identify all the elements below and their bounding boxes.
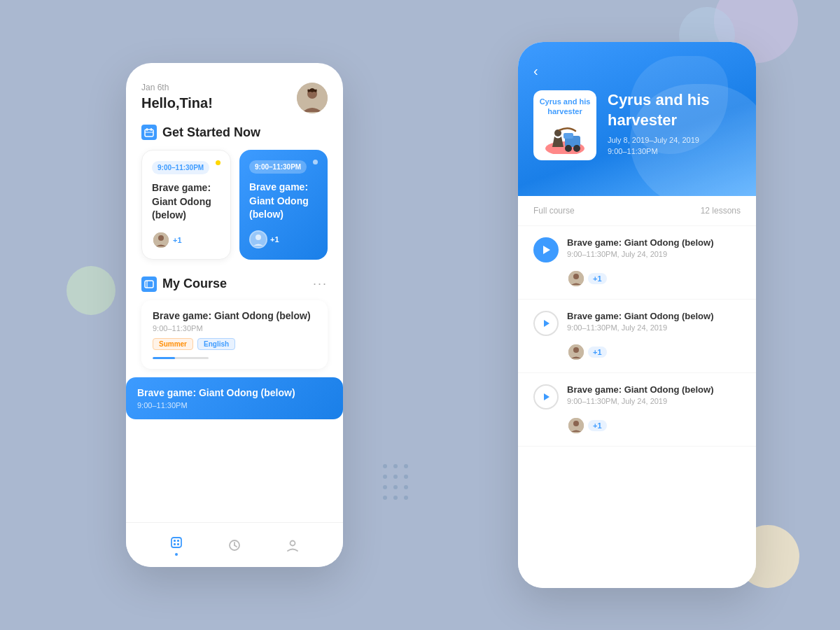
svg-point-3 xyxy=(383,475,387,479)
play-button-3[interactable] xyxy=(533,384,559,410)
svg-point-9 xyxy=(383,496,387,500)
course-card-1[interactable]: Brave game: Giant Odong (below) 9:00–11:… xyxy=(141,300,328,369)
avatar-1 xyxy=(152,231,170,249)
lesson-avatar-2 xyxy=(567,343,585,361)
blue-course-time: 9:00–11:30PM xyxy=(137,401,332,410)
svg-point-42 xyxy=(290,540,295,545)
lesson-plus-2: +1 xyxy=(588,346,607,358)
svg-point-8 xyxy=(404,485,408,489)
card-blue[interactable]: 9:00–11:30PM Brave game: Giant Odong (be… xyxy=(239,150,328,260)
right-phone: ‹ Cyrus and his harvester xyxy=(518,42,756,588)
greeting-block: Jan 6th Hello,Tina! xyxy=(141,83,213,111)
date-text: Jan 6th xyxy=(141,83,213,92)
lesson-avatar-3 xyxy=(567,416,585,435)
lesson-avatars-3: +1 xyxy=(567,416,741,435)
svg-point-4 xyxy=(393,475,398,479)
my-course-section: My Course xyxy=(141,276,227,292)
nav-home[interactable] xyxy=(168,534,185,556)
svg-rect-24 xyxy=(145,130,153,136)
svg-point-31 xyxy=(255,234,261,240)
svg-line-41 xyxy=(234,545,237,547)
lesson-time-2: 9:00–11:30PM, July 24, 2019 xyxy=(567,323,741,332)
course-thumbnail: Cyrus and his harvester xyxy=(533,90,596,160)
svg-point-50 xyxy=(573,274,579,279)
svg-point-29 xyxy=(158,235,164,241)
lesson-name-1: Brave game: Giant Odong (below) xyxy=(567,237,741,248)
progress-bar xyxy=(153,357,209,359)
card-title-1: Brave game: Giant Odong (below) xyxy=(152,181,220,223)
play-button-1[interactable] xyxy=(533,237,559,262)
svg-rect-32 xyxy=(145,281,153,288)
svg-rect-35 xyxy=(174,540,176,542)
clock-icon xyxy=(226,537,243,554)
svg-point-11 xyxy=(404,496,408,500)
lesson-avatar-1 xyxy=(567,270,585,288)
course-name-1: Brave game: Giant Odong (below) xyxy=(153,310,316,321)
harvester-illustration xyxy=(544,120,586,154)
plus-badge-1: +1 xyxy=(173,236,182,244)
svg-rect-37 xyxy=(174,543,176,545)
blue-course-card[interactable]: Brave game: Giant Odong (below) 9:00–11:… xyxy=(126,377,343,419)
card-white[interactable]: 9:00–11:30PM Brave game: Giant Odong (be… xyxy=(141,150,231,260)
bottom-nav xyxy=(126,522,343,567)
user-avatar[interactable] xyxy=(297,83,328,113)
play-button-2[interactable] xyxy=(533,311,559,336)
lesson-info-1: Brave game: Giant Odong (below) 9:00–11:… xyxy=(567,237,741,258)
dot-indicator xyxy=(216,160,220,165)
lesson-plus-3: +1 xyxy=(588,420,607,431)
person-icon xyxy=(284,537,301,554)
hello-text: Hello,Tina! xyxy=(141,95,213,111)
svg-point-2 xyxy=(404,464,408,468)
svg-point-1 xyxy=(393,464,398,468)
blue-header: ‹ Cyrus and his harvester xyxy=(518,42,756,196)
svg-point-54 xyxy=(573,421,579,426)
svg-rect-36 xyxy=(177,540,179,542)
lessons-count: 12 lessons xyxy=(701,206,741,216)
lesson-item-2[interactable]: Brave game: Giant Odong (below) 9:00–11:… xyxy=(518,300,756,373)
svg-point-7 xyxy=(393,485,398,489)
card-avatars-2: +1 xyxy=(249,230,318,248)
course-header-content: Cyrus and his harvester xyxy=(533,90,741,160)
card-time-badge-1: 9:00–11:30PM xyxy=(152,161,209,174)
my-course-title: My Course xyxy=(162,276,227,291)
nav-dot xyxy=(175,553,178,556)
full-course-label: Full course xyxy=(533,206,575,216)
progress-fill xyxy=(153,357,175,359)
course-time-1: 9:00–11:30PM xyxy=(153,324,316,332)
more-menu-btn[interactable]: ··· xyxy=(313,276,328,291)
lesson-name-2: Brave game: Giant Odong (below) xyxy=(567,311,741,321)
white-content: Full course 12 lessons Brave game: Giant… xyxy=(518,196,756,588)
lesson-time-3: 9:00–11:30PM, July 24, 2019 xyxy=(567,397,741,405)
svg-point-6 xyxy=(383,485,387,489)
svg-point-47 xyxy=(573,145,580,152)
home-icon xyxy=(168,534,185,551)
course-big-title: Cyrus and his harvester xyxy=(608,90,741,130)
tag-summer: Summer xyxy=(153,338,193,350)
lesson-item-3[interactable]: Brave game: Giant Odong (below) 9:00–11:… xyxy=(518,373,756,447)
play-icon-2 xyxy=(544,320,550,327)
bg-circle-3 xyxy=(66,266,115,315)
left-phone: Jan 6th Hello,Tina! xyxy=(126,63,343,567)
lesson-info-2: Brave game: Giant Odong (below) 9:00–11:… xyxy=(567,311,741,332)
get-started-section: Get Started Now xyxy=(141,125,328,140)
svg-rect-48 xyxy=(564,133,573,139)
lesson-info-3: Brave game: Giant Odong (below) 9:00–11:… xyxy=(567,384,741,405)
lesson-row-1: Brave game: Giant Odong (below) 9:00–11:… xyxy=(533,237,741,262)
lesson-avatars-1: +1 xyxy=(567,270,741,288)
course-info: Cyrus and his harvester July 8, 2019–Jul… xyxy=(608,90,741,155)
course-meta-bar: Full course 12 lessons xyxy=(518,196,756,226)
lesson-avatars-2: +1 xyxy=(567,343,741,361)
play-icon-1 xyxy=(543,246,550,254)
svg-point-5 xyxy=(404,475,408,479)
svg-rect-38 xyxy=(177,543,179,545)
plus-badge-2: +1 xyxy=(270,235,279,244)
lesson-item-1[interactable]: Brave game: Giant Odong (below) 9:00–11:… xyxy=(518,226,756,300)
svg-point-52 xyxy=(573,347,579,353)
play-icon-3 xyxy=(544,393,550,400)
thumbnail-title: Cyrus and his harvester xyxy=(539,97,591,117)
nav-profile[interactable] xyxy=(284,537,301,554)
calendar-icon xyxy=(141,125,157,140)
my-course-header: My Course ··· xyxy=(141,276,328,292)
lesson-row-2: Brave game: Giant Odong (below) 9:00–11:… xyxy=(533,311,741,336)
nav-history[interactable] xyxy=(226,537,243,554)
